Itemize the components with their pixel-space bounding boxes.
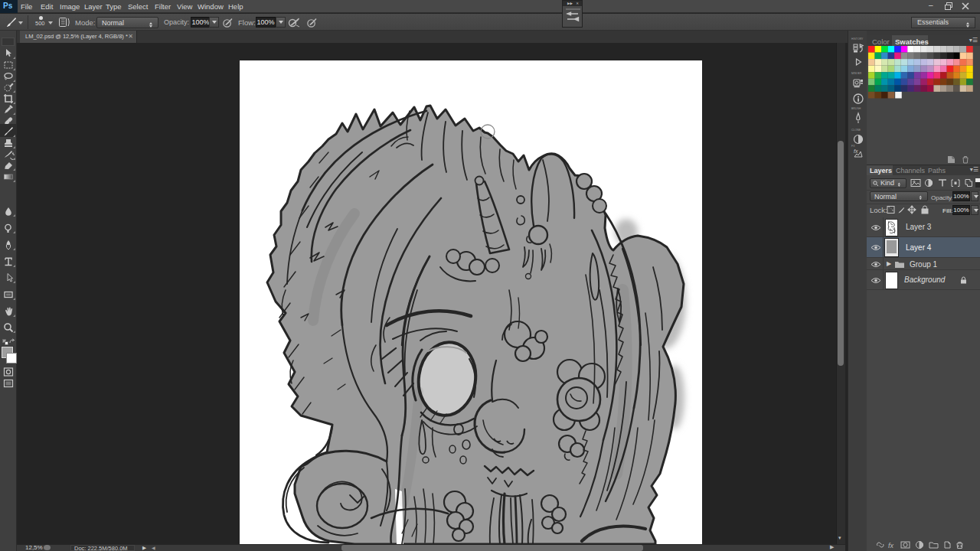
svg-text:fx: fx bbox=[854, 148, 858, 154]
svg-text:fx: fx bbox=[888, 542, 894, 549]
